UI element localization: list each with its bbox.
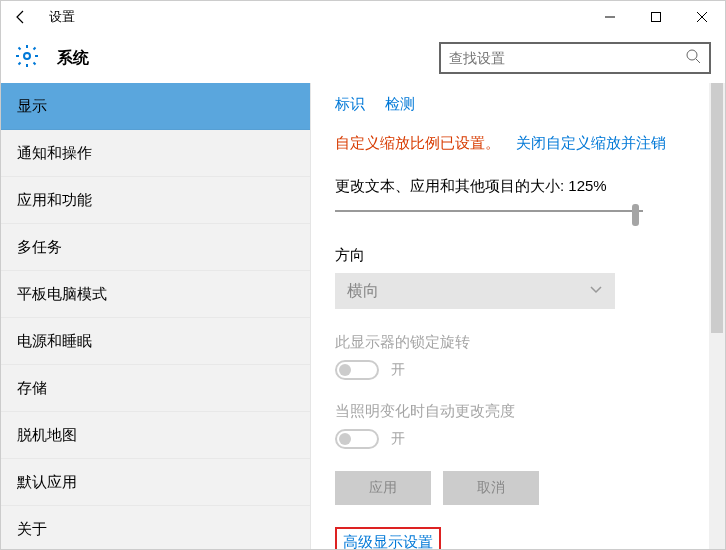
orientation-label: 方向 [335, 246, 701, 265]
sidebar-item-default-apps[interactable]: 默认应用 [1, 459, 310, 506]
titlebar-left: 设置 [9, 5, 75, 29]
display-actions: 标识 检测 [335, 95, 701, 114]
close-custom-scale-link[interactable]: 关闭自定义缩放并注销 [516, 134, 666, 153]
scale-warning-row: 自定义缩放比例已设置。 关闭自定义缩放并注销 [335, 134, 701, 153]
gear-icon [15, 44, 39, 72]
sidebar-item-label: 关于 [17, 520, 47, 539]
search-icon [685, 48, 701, 68]
search-box[interactable] [439, 42, 711, 74]
chevron-down-icon [589, 282, 603, 300]
titlebar: 设置 [1, 1, 725, 33]
close-button[interactable] [679, 1, 725, 33]
button-row: 应用 取消 [335, 471, 701, 505]
svg-point-2 [24, 53, 30, 59]
sidebar-item-about[interactable]: 关于 [1, 506, 310, 549]
identify-link[interactable]: 标识 [335, 95, 365, 114]
lock-rotation-row: 开 [335, 360, 701, 380]
sidebar-item-label: 平板电脑模式 [17, 285, 107, 304]
advanced-display-settings-link[interactable]: 高级显示设置 [335, 527, 441, 549]
sidebar-item-display[interactable]: 显示 [1, 83, 310, 130]
orientation-dropdown[interactable]: 横向 [335, 273, 615, 309]
sidebar-item-label: 存储 [17, 379, 47, 398]
sidebar-item-storage[interactable]: 存储 [1, 365, 310, 412]
scrollbar[interactable] [709, 83, 725, 549]
header-title: 系统 [57, 48, 421, 69]
orientation-value: 横向 [347, 281, 379, 302]
toggle-thumb [339, 364, 351, 376]
sidebar: 显示 通知和操作 应用和功能 多任务 平板电脑模式 电源和睡眠 存储 脱机地图 … [1, 83, 311, 549]
size-slider[interactable] [335, 204, 643, 218]
window-title: 设置 [49, 8, 75, 26]
sidebar-item-tablet[interactable]: 平板电脑模式 [1, 271, 310, 318]
slider-line [335, 210, 643, 212]
sidebar-item-label: 显示 [17, 97, 47, 116]
text-size-label: 更改文本、应用和其他项目的大小: 125% [335, 177, 701, 196]
minimize-button[interactable] [587, 1, 633, 33]
sidebar-item-notifications[interactable]: 通知和操作 [1, 130, 310, 177]
apply-button[interactable]: 应用 [335, 471, 431, 505]
sidebar-item-power[interactable]: 电源和睡眠 [1, 318, 310, 365]
lock-rotation-state: 开 [391, 361, 405, 379]
custom-scale-warning: 自定义缩放比例已设置。 [335, 134, 500, 153]
toggle-thumb [339, 433, 351, 445]
svg-line-4 [696, 59, 700, 63]
scrollbar-thumb[interactable] [711, 83, 723, 333]
auto-brightness-state: 开 [391, 430, 405, 448]
sidebar-item-offline-maps[interactable]: 脱机地图 [1, 412, 310, 459]
auto-brightness-label: 当照明变化时自动更改亮度 [335, 402, 701, 421]
sidebar-item-label: 电源和睡眠 [17, 332, 92, 351]
sidebar-item-multitask[interactable]: 多任务 [1, 224, 310, 271]
detect-link[interactable]: 检测 [385, 95, 415, 114]
maximize-button[interactable] [633, 1, 679, 33]
sidebar-item-label: 多任务 [17, 238, 62, 257]
slider-thumb[interactable] [632, 204, 639, 226]
lock-rotation-label: 此显示器的锁定旋转 [335, 333, 701, 352]
content: 标识 检测 自定义缩放比例已设置。 关闭自定义缩放并注销 更改文本、应用和其他项… [311, 83, 725, 549]
cancel-button[interactable]: 取消 [443, 471, 539, 505]
sidebar-item-label: 脱机地图 [17, 426, 77, 445]
sidebar-item-apps[interactable]: 应用和功能 [1, 177, 310, 224]
sidebar-item-label: 通知和操作 [17, 144, 92, 163]
back-button[interactable] [9, 5, 33, 29]
sidebar-item-label: 默认应用 [17, 473, 77, 492]
header: 系统 [1, 33, 725, 83]
auto-brightness-toggle[interactable] [335, 429, 379, 449]
auto-brightness-row: 开 [335, 429, 701, 449]
svg-rect-1 [652, 13, 661, 22]
svg-point-3 [687, 50, 697, 60]
search-input[interactable] [449, 50, 685, 66]
window-controls [587, 1, 725, 33]
body: 显示 通知和操作 应用和功能 多任务 平板电脑模式 电源和睡眠 存储 脱机地图 … [1, 83, 725, 549]
sidebar-item-label: 应用和功能 [17, 191, 92, 210]
lock-rotation-toggle[interactable] [335, 360, 379, 380]
